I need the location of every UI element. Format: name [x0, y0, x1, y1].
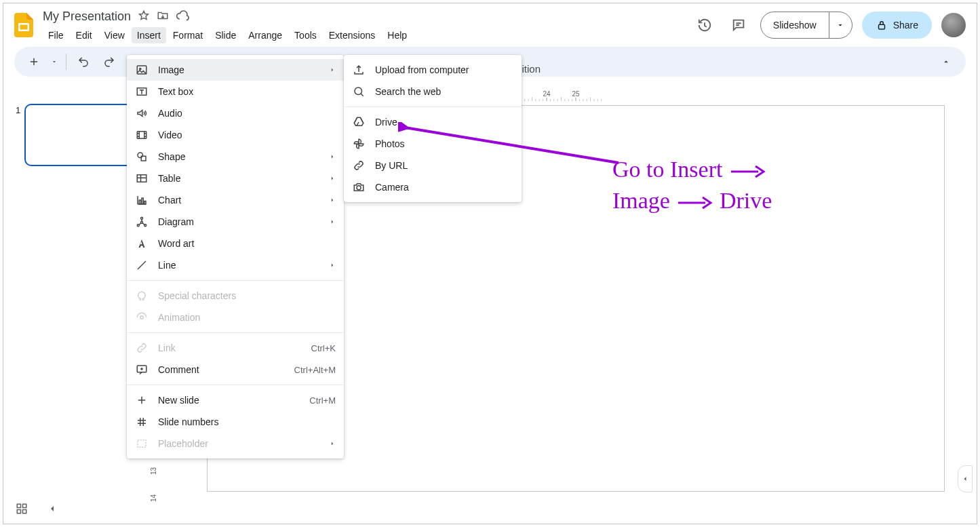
animation-icon — [135, 311, 149, 324]
slide-number: 1 — [16, 104, 20, 166]
annotation-arrow — [398, 122, 625, 170]
audio-icon — [135, 107, 149, 119]
document-title[interactable]: My Presentation — [43, 9, 131, 24]
drive-icon — [352, 116, 366, 128]
menuitem-chart[interactable]: Chart — [127, 189, 344, 211]
menu-arrange[interactable]: Arrange — [243, 27, 288, 43]
slidenumbers-icon — [135, 416, 149, 428]
slide-thumbnail-1[interactable] — [24, 104, 133, 166]
svg-rect-162 — [17, 504, 20, 507]
slides-logo[interactable] — [10, 12, 37, 39]
menuitem-table[interactable]: Table — [127, 168, 344, 189]
svg-point-153 — [141, 221, 143, 223]
redo-button[interactable] — [98, 50, 121, 73]
title-bar: My Presentation FileEditViewInsertFormat… — [3, 3, 977, 47]
menuitem-audio[interactable]: Audio — [127, 102, 344, 124]
menu-insert[interactable]: Insert — [132, 27, 166, 43]
lock-icon — [876, 19, 888, 31]
chevron-right-icon — [329, 173, 336, 184]
menu-view[interactable]: View — [99, 27, 130, 43]
menuitem-textbox[interactable]: Text box — [127, 81, 344, 102]
svg-text:25: 25 — [572, 90, 580, 98]
shape-icon — [135, 151, 149, 163]
svg-point-144 — [138, 153, 143, 158]
collapse-filmstrip-icon[interactable] — [47, 503, 58, 516]
grid-view-icon[interactable] — [16, 503, 28, 517]
wordart-icon — [135, 237, 149, 250]
searchweb-icon — [352, 85, 366, 98]
menu-file[interactable]: File — [43, 27, 69, 43]
textbox-icon — [135, 85, 149, 98]
svg-rect-164 — [17, 510, 20, 513]
menuitem-image[interactable]: Image — [127, 59, 344, 81]
chevron-right-icon — [329, 151, 336, 162]
bottom-bar — [16, 503, 58, 517]
chevron-right-icon — [329, 260, 336, 271]
link-icon — [135, 342, 149, 354]
svg-rect-156 — [138, 440, 146, 448]
menuitem-special: Special characters — [127, 285, 344, 307]
cloud-status-icon[interactable] — [176, 9, 189, 24]
svg-line-159 — [405, 128, 619, 163]
svg-point-141 — [140, 68, 141, 69]
comments-icon[interactable] — [726, 13, 751, 37]
chevron-right-icon — [329, 438, 336, 449]
video-icon — [135, 129, 149, 141]
camera-icon — [352, 181, 366, 193]
menu-help[interactable]: Help — [382, 27, 412, 43]
menuitem-wordart[interactable]: Word art — [127, 233, 344, 254]
collapse-toolbar-icon[interactable] — [935, 50, 958, 73]
share-button[interactable]: Share — [862, 12, 932, 39]
menuitem-newslide[interactable]: New slideCtrl+M — [127, 389, 344, 411]
image-icon — [135, 64, 149, 76]
menuitem-camera[interactable]: Camera — [344, 176, 522, 198]
menuitem-comment[interactable]: CommentCtrl+Alt+M — [127, 359, 344, 380]
svg-rect-165 — [23, 510, 26, 513]
svg-point-154 — [140, 316, 144, 319]
svg-text:24: 24 — [543, 90, 551, 98]
menu-tools[interactable]: Tools — [289, 27, 322, 43]
history-icon[interactable] — [692, 13, 717, 37]
slideshow-button[interactable]: Slideshow — [760, 12, 852, 39]
svg-rect-149 — [144, 201, 146, 205]
menu-format[interactable]: Format — [168, 27, 208, 43]
menu-extensions[interactable]: Extensions — [324, 27, 380, 43]
menuitem-link: LinkCtrl+K — [127, 337, 344, 359]
svg-point-158 — [357, 186, 361, 190]
menu-edit[interactable]: Edit — [71, 27, 98, 43]
account-avatar[interactable] — [941, 13, 966, 37]
svg-point-150 — [141, 217, 143, 219]
undo-button[interactable] — [72, 50, 95, 73]
chart-icon — [135, 194, 149, 206]
insert-menu-dropdown: ImageText boxAudioVideoShapeTableChartDi… — [127, 55, 344, 458]
comment-icon — [135, 364, 149, 376]
svg-point-157 — [355, 87, 362, 95]
menu-slide[interactable]: Slide — [210, 27, 241, 43]
menuitem-shape[interactable]: Shape — [127, 146, 344, 168]
annotation-text: Go to Insert Image Drive — [612, 154, 772, 216]
svg-rect-147 — [139, 200, 140, 204]
menuitem-video[interactable]: Video — [127, 124, 344, 146]
line-icon — [135, 259, 149, 271]
menuitem-animation: Animation — [127, 307, 344, 328]
menu-bar: FileEditViewInsertFormatSlideArrangeTool… — [43, 27, 412, 43]
side-panel-expand[interactable] — [958, 465, 973, 492]
svg-rect-2 — [878, 24, 884, 29]
star-icon[interactable] — [138, 9, 150, 24]
new-slide-button[interactable] — [22, 50, 45, 73]
menuitem-placeholder: Placeholder — [127, 433, 344, 454]
menuitem-line[interactable]: Line — [127, 254, 344, 276]
chevron-right-icon — [329, 216, 336, 227]
menuitem-diagram[interactable]: Diagram — [127, 211, 344, 233]
svg-rect-148 — [142, 198, 143, 204]
menuitem-upload[interactable]: Upload from computer — [344, 59, 522, 81]
move-icon[interactable] — [157, 9, 169, 24]
slideshow-dropdown[interactable] — [829, 12, 852, 39]
svg-rect-1 — [20, 25, 28, 30]
vertical-ruler: 13 14 — [147, 465, 159, 512]
chevron-right-icon — [329, 195, 336, 206]
new-slide-dropdown[interactable] — [48, 58, 60, 65]
menuitem-slidenumbers[interactable]: Slide numbers — [127, 411, 344, 433]
menuitem-searchweb[interactable]: Search the web — [344, 81, 522, 102]
diagram-icon — [135, 216, 149, 228]
